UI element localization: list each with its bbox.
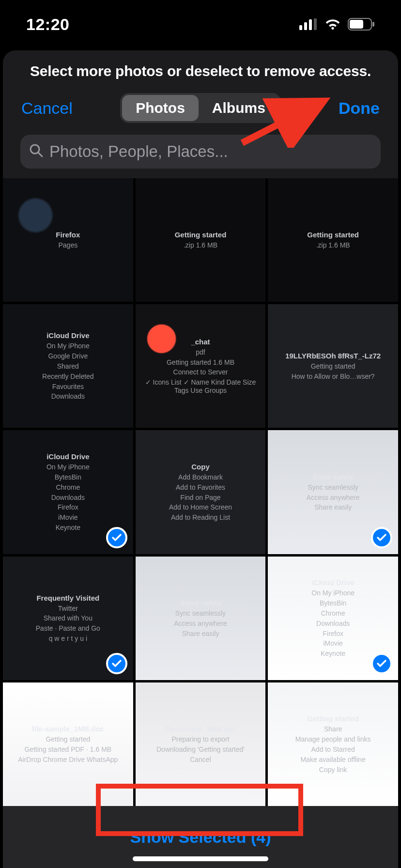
cancel-button[interactable]: Cancel — [21, 99, 73, 117]
photo-thumb[interactable]: Getting startedShareManage people and li… — [268, 682, 398, 806]
selection-check-icon — [371, 653, 392, 674]
svg-rect-1 — [304, 22, 307, 30]
selection-check-icon — [106, 527, 127, 548]
sheet-navrow: Cancel Photos Albums Done — [3, 88, 398, 132]
photo-thumb[interactable]: Frequently VisitedTwitterShared with You… — [3, 557, 133, 680]
photo-thumb[interactable]: file-sample_1MB.docGetting startedGettin… — [3, 682, 133, 806]
thumb-preview-text: FirefoxPages — [3, 178, 133, 302]
thumb-preview-text: Getting startedShareManage people and li… — [268, 682, 398, 806]
photo-thumb[interactable]: CopyAdd BookmarkAdd to FavoritesFind on … — [136, 430, 266, 554]
segment-albums[interactable]: Albums — [199, 95, 279, 121]
thumb-preview-text: Store safelySync seamlesslyAccess anywhe… — [136, 557, 266, 680]
wifi-icon — [324, 18, 341, 30]
segmented-control[interactable]: Photos Albums — [120, 93, 281, 123]
photo-thumb[interactable]: Getting started.zip 1.6 MB — [136, 178, 266, 302]
thumb-preview-text: Getting started.zip 1.6 MB — [136, 178, 266, 302]
thumb-preview-text: _chatpdfGetting started 1.6 MBConnect to… — [136, 304, 266, 428]
svg-rect-2 — [309, 19, 312, 30]
photo-grid[interactable]: FirefoxPagesGetting started.zip 1.6 MBGe… — [3, 178, 398, 806]
photo-thumb[interactable]: _chatpdfGetting started 1.6 MBConnect to… — [136, 304, 266, 428]
battery-icon — [348, 18, 375, 31]
photo-thumb[interactable]: Store safelySync seamlesslyAccess anywhe… — [268, 430, 398, 554]
cellular-icon — [299, 18, 318, 30]
status-icons — [299, 18, 375, 31]
photo-thumb[interactable]: file-sample_1MB.docPreparing to exportDo… — [136, 682, 266, 806]
photo-picker-sheet: Select more photos or deselect to remove… — [3, 50, 398, 868]
photo-thumb[interactable]: 19LLYRbESOh 8fRsT_-Lz72Getting startedHo… — [268, 304, 398, 428]
sheet-title: Select more photos or deselect to remove… — [15, 63, 386, 79]
selection-check-icon — [371, 527, 392, 548]
photo-thumb[interactable]: iCloud DriveOn My iPhoneBytesBinChromeDo… — [268, 557, 398, 680]
thumb-preview-text: file-sample_1MB.docGetting startedGettin… — [3, 682, 133, 806]
svg-rect-5 — [372, 22, 374, 27]
selection-check-icon — [106, 653, 127, 674]
search-field[interactable] — [20, 135, 381, 169]
photo-thumb[interactable]: Getting started.zip 1.6 MB — [268, 178, 398, 302]
search-input[interactable] — [48, 142, 372, 161]
search-icon — [29, 143, 44, 160]
status-time: 12:20 — [26, 15, 69, 34]
segment-photos[interactable]: Photos — [122, 95, 199, 121]
bottom-bar: Show Selected (4) — [3, 806, 398, 868]
svg-line-8 — [38, 153, 42, 156]
thumb-preview-text: file-sample_1MB.docPreparing to exportDo… — [136, 682, 266, 806]
status-bar: 12:20 — [0, 0, 401, 48]
photo-thumb[interactable]: iCloud DriveOn My iPhoneBytesBinChromeDo… — [3, 430, 133, 554]
thumb-preview-text: 19LLYRbESOh 8fRsT_-Lz72Getting startedHo… — [268, 304, 398, 428]
thumb-preview-text: Getting started.zip 1.6 MB — [268, 178, 398, 302]
home-indicator — [133, 856, 268, 861]
done-button[interactable]: Done — [339, 99, 380, 117]
svg-rect-6 — [350, 20, 363, 29]
photo-thumb[interactable]: Store safelySync seamlesslyAccess anywhe… — [136, 557, 266, 680]
thumb-preview-text: CopyAdd BookmarkAdd to FavoritesFind on … — [136, 430, 266, 554]
svg-rect-0 — [299, 25, 302, 30]
photo-thumb[interactable]: iCloud DriveOn My iPhoneGoogle DriveShar… — [3, 304, 133, 428]
svg-rect-3 — [314, 18, 317, 30]
sheet-header: Select more photos or deselect to remove… — [3, 50, 398, 88]
thumb-preview-text: iCloud DriveOn My iPhoneGoogle DriveShar… — [3, 304, 133, 428]
show-selected-button[interactable]: Show Selected (4) — [130, 828, 271, 847]
photo-thumb[interactable]: FirefoxPages — [3, 178, 133, 302]
